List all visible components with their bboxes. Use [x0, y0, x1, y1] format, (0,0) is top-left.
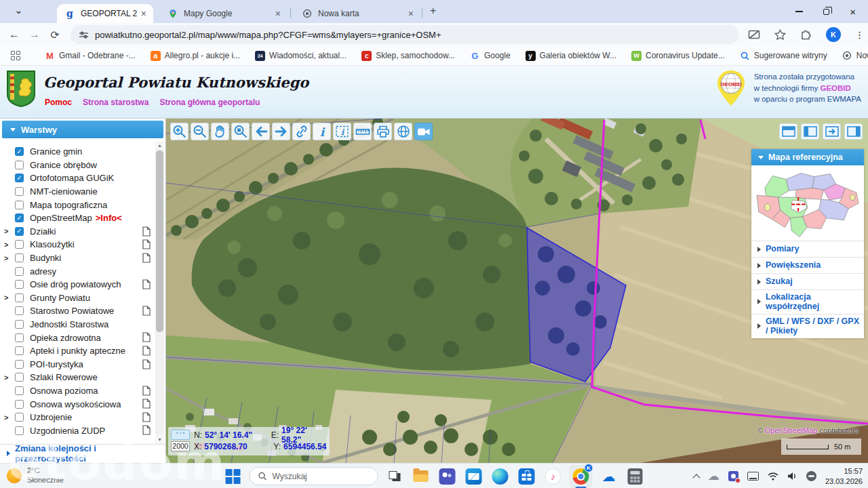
itunes-button[interactable]: ♪: [543, 466, 564, 487]
layer-label[interactable]: Grunty Powiatu: [30, 293, 90, 303]
wifi-icon[interactable]: [768, 472, 778, 481]
geoportal-home-link[interactable]: Strona główna geoportalu: [159, 98, 260, 107]
bookmark-item[interactable]: aAllegro.pl - aukcje i...: [151, 51, 240, 61]
layer-label[interactable]: Uzbrojenie: [30, 412, 72, 422]
layer-checkbox[interactable]: [15, 187, 24, 196]
reload-icon[interactable]: ⟳: [45, 28, 65, 41]
file-explorer-button[interactable]: [411, 466, 431, 487]
openstreetmap-link[interactable]: OpenStreetMap: [765, 426, 818, 434]
layer-attribute-table-icon[interactable]: [142, 332, 151, 342]
layer-checkbox[interactable]: [15, 306, 24, 315]
site-info-icon[interactable]: [79, 30, 89, 40]
layer-label[interactable]: NMT-cieniowanie: [30, 186, 98, 197]
measure-button[interactable]: [353, 123, 372, 140]
address-bar[interactable]: powiatkutno.geoportal2.pl/map/www/mapa.p…: [71, 25, 738, 44]
onedrive-button[interactable]: ☁: [599, 466, 619, 487]
bookmark-item[interactable]: cSklep, samochodow...: [361, 51, 455, 61]
start-button[interactable]: [223, 466, 243, 487]
layer-attribute-table-icon[interactable]: [142, 425, 151, 435]
new-tab-button[interactable]: +: [430, 5, 436, 17]
chrome-button-active[interactable]: K: [570, 465, 593, 488]
weather-widget[interactable]: 2°CSłonecznie: [7, 466, 64, 485]
layer-info-link[interactable]: >Info<: [96, 213, 122, 223]
layer-label[interactable]: POI-turystyka: [30, 359, 83, 369]
layer-label[interactable]: Szlaki Rowerowe: [30, 372, 98, 382]
layer-attribute-table-icon[interactable]: [142, 279, 151, 289]
starostwo-link[interactable]: Strona starostwa: [83, 98, 149, 107]
layer-label[interactable]: Jednostki Starostwa: [30, 319, 108, 329]
bookmark-star-icon[interactable]: [774, 29, 786, 40]
previous-view-button[interactable]: [252, 123, 270, 140]
reference-panel-link[interactable]: Powiększenia: [751, 257, 864, 273]
layer-attribute-table-icon[interactable]: [142, 412, 151, 422]
layer-checkbox[interactable]: [15, 280, 24, 289]
layer-checkbox[interactable]: [15, 400, 24, 409]
bookmark-item[interactable]: MGmail - Odebrane -...: [45, 51, 136, 61]
expand-layer-icon[interactable]: >: [4, 254, 8, 262]
forward-icon[interactable]: →: [24, 28, 45, 41]
layer-label[interactable]: Opieka zdrowotna: [30, 333, 101, 343]
layer-checkbox[interactable]: [15, 373, 24, 382]
reference-panel-link[interactable]: GML / WFS / DXF / GPX / Pikiety: [751, 314, 864, 338]
layer-label[interactable]: OpenStreetMap: [30, 213, 92, 223]
zoom-in-button[interactable]: [170, 123, 189, 140]
layer-label[interactable]: Działki: [30, 226, 56, 237]
bookmark-item[interactable]: GGoogle: [470, 51, 511, 61]
expand-layer-icon[interactable]: >: [4, 373, 8, 382]
close-tab-icon[interactable]: ×: [141, 8, 146, 19]
info-button[interactable]: i: [313, 123, 331, 140]
layer-label[interactable]: Apteki i punkty apteczne: [30, 346, 125, 356]
layer-attribute-table-icon[interactable]: [142, 346, 151, 356]
link-button[interactable]: [292, 123, 311, 140]
layer-attribute-table-icon[interactable]: [142, 306, 151, 316]
layer-checkbox[interactable]: ✓: [15, 227, 24, 236]
layer-checkbox[interactable]: [15, 293, 24, 302]
layer-checkbox[interactable]: ✓: [15, 214, 24, 222]
layer-label[interactable]: Klasoużytki: [30, 239, 75, 249]
restore-icon[interactable]: [823, 9, 829, 15]
layer-label[interactable]: Uzgodnienia ZUDP: [30, 426, 105, 436]
teams-tray-icon[interactable]: [728, 471, 738, 481]
no-screenshot-icon[interactable]: [748, 30, 760, 40]
help-link[interactable]: Pomoc: [45, 98, 72, 107]
zoom-selection-button[interactable]: [231, 123, 250, 140]
pan-button[interactable]: [211, 123, 229, 140]
toggle-right-panel-button[interactable]: [844, 123, 863, 140]
layer-label[interactable]: Osnowa pozioma: [30, 386, 98, 396]
browser-tab[interactable]: gGEOPORTAL 2×: [57, 4, 153, 23]
clock[interactable]: 15:57 23.03.2026: [825, 466, 863, 486]
county-overview-minimap[interactable]: [754, 167, 861, 239]
layer-checkbox[interactable]: [15, 333, 24, 342]
print-button[interactable]: [374, 123, 392, 140]
close-window-icon[interactable]: ×: [850, 7, 856, 17]
bookmark-item[interactable]: 24Wiadomości, aktual...: [255, 51, 347, 61]
reference-map-header[interactable]: Mapa referencyjna: [751, 149, 864, 165]
close-tab-icon[interactable]: ×: [275, 8, 281, 19]
language-tray-icon[interactable]: [806, 471, 816, 481]
back-icon[interactable]: ←: [4, 28, 24, 41]
geobid-brand-link[interactable]: GEOBID: [821, 84, 851, 92]
globe-button[interactable]: [394, 123, 412, 140]
stream-button[interactable]: [414, 123, 433, 140]
outlook-button[interactable]: [464, 466, 484, 487]
layer-checkbox[interactable]: [15, 386, 24, 395]
zoom-out-button[interactable]: [191, 123, 209, 140]
browser-tab[interactable]: Mapy Google×: [160, 4, 288, 23]
reference-panel-link[interactable]: Szukaj: [751, 273, 864, 289]
layer-checkbox[interactable]: [15, 240, 24, 249]
expand-layer-icon[interactable]: >: [4, 241, 8, 249]
layer-attribute-table-icon[interactable]: [142, 253, 151, 263]
layers-scrollbar[interactable]: ▲ ▼: [155, 141, 164, 444]
layer-attribute-table-icon[interactable]: [142, 226, 151, 237]
layer-label[interactable]: Mapa topograficzna: [30, 200, 107, 210]
microsoft-store-button[interactable]: [517, 466, 537, 487]
layer-checkbox[interactable]: [15, 413, 24, 422]
swap-panel-button[interactable]: [823, 123, 841, 140]
scrollbar-thumb[interactable]: [156, 150, 163, 332]
taskbar-search[interactable]: Wyszukaj: [250, 467, 378, 485]
touchpad-tray-icon[interactable]: [747, 472, 759, 481]
expand-layer-icon[interactable]: >: [4, 293, 8, 302]
reference-panel-link[interactable]: Pomiary: [751, 241, 864, 257]
reference-panel-link[interactable]: Lokalizacja współrzędnej: [751, 289, 864, 314]
expand-layer-icon[interactable]: >: [4, 413, 8, 422]
